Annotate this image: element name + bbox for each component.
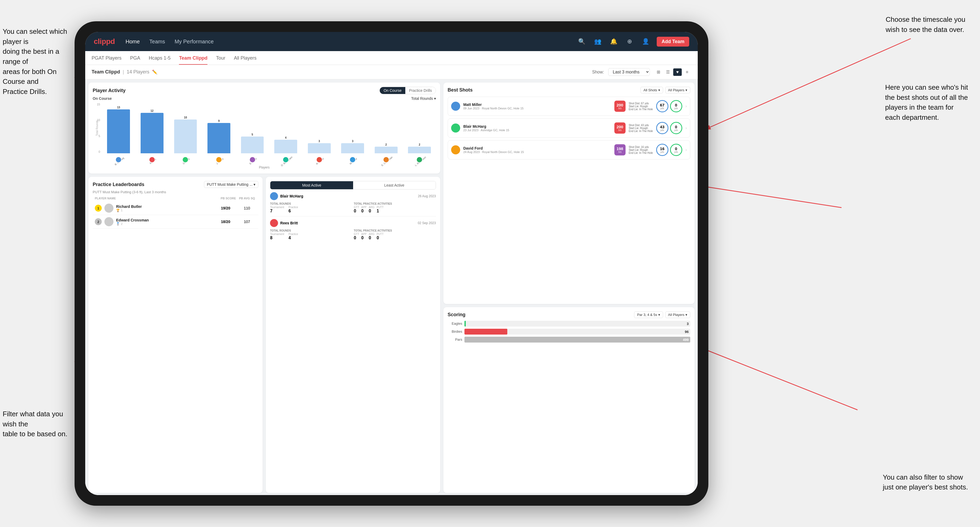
shot-item-2[interactable]: David Ford 24 Aug 2023 · Royal North Dev… (448, 140, 690, 159)
avatar-wrap-5 (269, 157, 302, 164)
edit-icon[interactable]: ✏️ (152, 70, 158, 75)
player-avatar-5 (283, 157, 289, 163)
arg-value-1: 0 (369, 236, 375, 240)
bell-icon[interactable]: 🔔 (609, 37, 618, 46)
best-shots-card: Best Shots All Shots ▾ All Players ▾ (444, 83, 695, 304)
nav-home[interactable]: Home (126, 39, 140, 45)
player-activity-card: Player Activity On Course Practice Drill… (88, 83, 440, 173)
player-activity-title: Player Activity (93, 88, 126, 94)
tab-pga[interactable]: PGA (130, 56, 140, 65)
list-view-icon[interactable]: ☰ (663, 68, 672, 76)
card-view-icon[interactable]: ♥ (673, 68, 682, 76)
chart-controls: On Course Total Rounds ▾ (93, 96, 436, 101)
nav-performance[interactable]: My Performance (175, 39, 214, 45)
tournament-stat-1: Tournament 8 (270, 233, 284, 240)
plus-circle-icon[interactable]: ⊕ (625, 37, 634, 46)
gtt-label-1: GTT (354, 233, 359, 236)
nav-links: Home Teams My Performance (126, 39, 566, 45)
all-players-filter[interactable]: All Players ▾ (665, 87, 690, 94)
player-avatar-6 (316, 157, 323, 163)
rank-badge-2: 2 (95, 218, 102, 225)
practice-drills-toggle[interactable]: Practice Drills (405, 87, 436, 94)
nav-logo: clippd (94, 37, 115, 46)
gtt-stat-1: GTT 0 (354, 233, 359, 240)
activity-item-0: Blair McHarg 26 Aug 2023 Total Rounds To (270, 192, 436, 216)
gtt-label-0: GTT (354, 206, 359, 209)
svg-line-1 (706, 39, 911, 129)
search-icon[interactable]: 🔍 (577, 37, 586, 46)
player-avatar-3 (216, 157, 222, 163)
scoring-chevron-1: ▾ (658, 313, 660, 317)
birdies-bar-wrap: 96 (465, 329, 690, 335)
tab-pgat-players[interactable]: PGAT Players (92, 56, 121, 65)
svg-line-4 (703, 349, 858, 410)
lb-avatar-0 (104, 204, 113, 213)
scoring-filter-2[interactable]: All Players ▾ (665, 311, 690, 318)
bar-4 (241, 137, 264, 153)
team-player-count: 14 Players (127, 69, 150, 75)
shot-stat-circle-1-1: 43 yds (656, 122, 668, 134)
time-range-select[interactable]: Last 3 months Last 6 months Last 12 mont… (608, 68, 650, 76)
activity-rounds-label-1: Total Rounds (270, 229, 352, 232)
view-icons: ⊞ ☰ ♥ ≡ (654, 68, 691, 76)
bar-1 (141, 113, 164, 153)
least-active-tab[interactable]: Least Active (353, 181, 436, 189)
shot-dist-2: Shot Dist: 16 yds Start Lie: Rough End L… (629, 146, 653, 154)
sub-nav: PGAT Players PGA Hcaps 1-5 Team Clippd T… (85, 51, 698, 65)
tab-tour[interactable]: Tour (216, 56, 225, 65)
lb-score-1: 18/20 (216, 220, 235, 224)
annotation-4: You can also filter to showjust one play… (883, 472, 968, 492)
table-view-icon[interactable]: ≡ (683, 68, 691, 76)
app-value-0: 0 (361, 209, 367, 213)
scoring-filter-1[interactable]: Par 3, 4 & 5s ▾ (634, 311, 663, 318)
lb-player-name-1: Edward Crossman (116, 218, 213, 222)
rank-badge-1: 1 (95, 205, 102, 211)
leaderboard-row-0: 1 Richard Butler 🏆 1 19/20 110 (93, 202, 258, 215)
user-avatar-icon[interactable]: 👤 (641, 37, 650, 46)
lb-player-info-1: Edward Crossman 🥈 2 (116, 218, 213, 226)
on-course-toggle[interactable]: On Course (380, 87, 405, 94)
bottom-panels-row: Practice Leaderboards PUTT Must Make Put… (88, 177, 440, 493)
nav-teams[interactable]: Teams (150, 39, 165, 45)
shot-item-1[interactable]: Blair McHarg 23 Jul 2023 · Ashridge GC, … (448, 119, 690, 138)
bar-6 (308, 143, 331, 153)
tab-hcaps[interactable]: Hcaps 1-5 (149, 56, 170, 65)
tournament-value-0: 7 (270, 209, 284, 213)
add-team-button[interactable]: Add Team (657, 37, 689, 46)
y-axis-title: Total Rounds (95, 120, 99, 136)
activity-stat-practice-0: Total Practice Activities GTT 0 APP (354, 202, 436, 213)
shot-stat-val-2-2: 0 (675, 147, 677, 151)
grid-view-icon[interactable]: ⊞ (654, 68, 663, 76)
all-shots-filter[interactable]: All Shots ▾ (641, 87, 663, 94)
shot-stat-unit-0-2: yds (674, 107, 678, 110)
tab-all-players[interactable]: All Players (234, 56, 256, 65)
shot-badge-sub-0: SG (618, 107, 622, 110)
shot-badge-1: 200 SG (614, 122, 625, 133)
bar-label-1: 12 (151, 110, 153, 112)
shot-avatar-1 (451, 124, 460, 133)
shot-course-2: 24 Aug 2023 · Royal North Devon GC, Hole… (463, 151, 611, 154)
shot-stat-val-1-2: 0 (675, 125, 677, 129)
annotation-5: Here you can see who's hitthe best shots… (885, 83, 968, 123)
practice-leaderboards-card: Practice Leaderboards PUTT Must Make Put… (88, 177, 262, 493)
bar-col-4: 5 E. Ebert (236, 103, 269, 153)
chart-dropdown[interactable]: Total Rounds ▾ (411, 96, 436, 101)
leaderboard-header: PLAYER NAME PB SCORE PB AVG SQ (93, 197, 258, 200)
bar-col-7: 3 M. Miller (336, 103, 369, 153)
practice-title: Practice Leaderboards (93, 182, 144, 187)
bar-label-7: 3 (352, 140, 353, 143)
player-avatar-0 (115, 157, 122, 163)
bar-0 (107, 110, 130, 153)
activity-name-0: Blair McHarg (280, 194, 303, 198)
tab-team-clippd[interactable]: Team Clippd (179, 56, 207, 65)
putt-label-1: PUTT (377, 233, 383, 236)
most-active-tab[interactable]: Most Active (270, 181, 353, 189)
activity-avatar-1 (270, 219, 278, 227)
player-avatar-2 (182, 157, 189, 163)
shot-item-0[interactable]: Matt Miller 09 Jun 2023 · Royal North De… (448, 97, 690, 116)
users-icon[interactable]: 👥 (593, 37, 602, 46)
lb-avg-1: 107 (237, 220, 256, 224)
bar-col-9: 2 L. Robertson (403, 103, 436, 153)
practice-dropdown[interactable]: PUTT Must Make Putting ... ▾ (204, 181, 259, 188)
team-name-group: Team Clippd | 14 Players ✏️ (92, 69, 158, 75)
